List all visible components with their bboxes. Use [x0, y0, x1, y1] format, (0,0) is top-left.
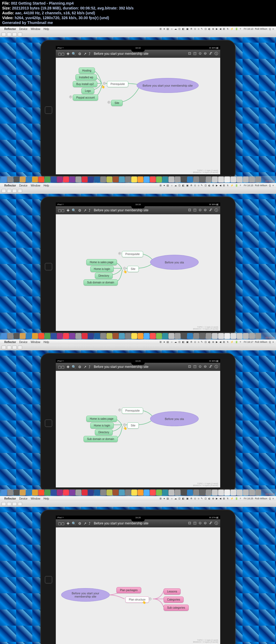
dock-app-icon[interactable] — [168, 490, 174, 496]
dock-app-icon[interactable] — [20, 490, 26, 496]
toolbar-btn[interactable] — [12, 502, 17, 506]
dock-app-icon[interactable] — [26, 177, 32, 182]
expand-icon[interactable]: ⊕ — [118, 409, 121, 411]
expand-icon[interactable]: ⊖ — [123, 423, 126, 426]
toolbar-btn[interactable] — [7, 189, 11, 193]
node-site[interactable]: Site — [127, 422, 139, 429]
mindmap-canvas[interactable]: Before you start your membership site Pl… — [56, 527, 220, 644]
toolbar-icon[interactable]: 🔍 — [72, 208, 76, 212]
menu-item[interactable]: Window — [31, 341, 40, 344]
dock-app-icon[interactable] — [224, 177, 230, 182]
window-toolbar[interactable] — [0, 188, 276, 194]
toolbar-icon[interactable]: ✚ — [67, 52, 70, 56]
toolbar-icon[interactable]: ◫ — [193, 51, 196, 56]
dock-app-icon[interactable] — [1, 333, 7, 339]
dock-app-icon[interactable] — [175, 333, 181, 339]
dock-app-icon[interactable] — [88, 333, 94, 339]
toolbar-btn[interactable] — [7, 345, 11, 349]
dock-app-icon[interactable] — [119, 177, 125, 182]
node-installed-wp[interactable]: Installed wp — [75, 74, 97, 80]
node-directory[interactable]: Directory — [95, 429, 113, 435]
dock-app-icon[interactable] — [218, 177, 224, 182]
toolbar-icon[interactable]: ⊙ — [199, 521, 202, 526]
dock-app-icon[interactable] — [125, 490, 131, 496]
node-prerequisite[interactable]: Prerequisite — [107, 81, 128, 87]
menu-item[interactable]: Help — [44, 184, 49, 187]
menu-item[interactable]: Window — [31, 184, 40, 187]
dock-app-icon[interactable] — [113, 333, 119, 339]
toolbar-icon[interactable]: ⓘ — [215, 521, 218, 526]
toolbar-icon[interactable]: ↗ — [84, 52, 87, 56]
toolbar-icon[interactable]: ⊖ — [204, 51, 207, 56]
toolbar-icon[interactable]: ◫ — [193, 364, 196, 369]
dock-app-icon[interactable] — [26, 490, 32, 496]
dock-app-icon[interactable] — [38, 490, 44, 496]
dock-app-icon[interactable] — [243, 490, 249, 496]
macos-menubar[interactable]: Reflector DeviceWindowHelp ⊞●▤☼☁⊡◧▣⟰⊙⎋✎⊡… — [0, 340, 276, 344]
mindmap-canvas[interactable]: Hosting Installed wp Buy install op2 Log… — [56, 58, 220, 174]
dock-app-icon[interactable] — [181, 490, 187, 496]
toolbar-icon[interactable]: ⤴ — [89, 365, 91, 369]
dock-app-icon[interactable] — [106, 333, 112, 339]
dock-app-icon[interactable] — [187, 490, 193, 496]
node-logo[interactable]: Logo — [81, 88, 94, 94]
macos-menubar[interactable]: Reflector DeviceWindowHelp ⊞●▤☼☁⊡◧▣⟰⊙⎋✎⊡… — [0, 26, 276, 31]
macos-dock[interactable] — [0, 176, 276, 183]
toolbar-icon[interactable]: ⤴ — [89, 208, 91, 212]
dock-app-icon[interactable] — [230, 490, 236, 496]
menu-item[interactable]: Window — [31, 28, 40, 30]
dock-app-icon[interactable] — [38, 177, 44, 182]
dock-app-icon[interactable] — [175, 177, 181, 182]
dock-app-icon[interactable] — [100, 177, 106, 182]
toolbar-icon[interactable]: ⓘ — [215, 208, 218, 213]
toolbar-icon[interactable]: 🔍 — [72, 365, 76, 369]
dock-app-icon[interactable] — [57, 490, 63, 496]
dock-app-icon[interactable] — [255, 333, 261, 339]
toolbar-icon[interactable]: ⊖ — [204, 364, 207, 369]
dock-app-icon[interactable] — [137, 490, 143, 496]
toolbar-btn[interactable] — [18, 502, 22, 506]
dock-app-icon[interactable] — [237, 490, 243, 496]
mindmap-toolbar[interactable]: ▢▢✚🔍⚙↗⤴ Before you start your membership… — [56, 363, 220, 371]
dock-app-icon[interactable] — [199, 177, 205, 182]
dock-app-icon[interactable] — [57, 333, 63, 339]
menu-item[interactable]: Device — [19, 28, 27, 30]
macos-dock[interactable] — [0, 489, 276, 496]
toolbar-btn[interactable] — [18, 345, 22, 349]
dock-app-icon[interactable] — [88, 490, 94, 496]
dock-app-icon[interactable] — [156, 333, 162, 339]
dock-app-icon[interactable] — [206, 333, 212, 339]
mindmap-toolbar[interactable]: ▢▢✚🔍⚙↗⤴ Before you start your membership… — [56, 50, 220, 58]
node-lessons[interactable]: Lessons — [164, 588, 181, 595]
home-button[interactable] — [45, 419, 52, 427]
toolbar-btn[interactable] — [2, 502, 6, 506]
dock-app-icon[interactable] — [224, 490, 230, 496]
dock-app-icon[interactable] — [131, 490, 137, 496]
dock-app-icon[interactable] — [162, 177, 168, 182]
dock-app-icon[interactable] — [94, 333, 100, 339]
home-button[interactable] — [45, 576, 52, 584]
toolbar-icon[interactable]: 🔍 — [72, 521, 76, 526]
expand-icon[interactable]: ⊖ — [149, 598, 151, 600]
dock-app-icon[interactable] — [20, 333, 26, 339]
toolbar-btn[interactable] — [12, 189, 17, 193]
menu-item[interactable]: Help — [44, 28, 49, 30]
toolbar-icon[interactable]: ⊡ — [188, 364, 191, 369]
dock-app-icon[interactable] — [100, 490, 106, 496]
toolbar-btn[interactable] — [2, 189, 6, 193]
central-node[interactable]: Before you sta — [150, 255, 199, 270]
dock-app-icon[interactable] — [243, 177, 249, 182]
mindmap-canvas[interactable]: ⊕ Prerequisite Home is sales page Home i… — [56, 371, 220, 487]
dock-app-icon[interactable] — [150, 490, 156, 496]
dock-app-icon[interactable] — [7, 333, 13, 339]
dock-app-icon[interactable] — [88, 177, 94, 182]
dock-app-icon[interactable] — [218, 333, 224, 339]
toolbar-icon[interactable]: 🖇 — [209, 521, 212, 526]
toolbar-icon[interactable]: 🖇 — [209, 364, 212, 369]
dock-app-icon[interactable] — [230, 177, 236, 182]
dock-app-icon[interactable] — [212, 490, 218, 496]
menubar-right[interactable]: ⊞●▤☼☁⊡◧▣⟰⊙⎋✎⊡◐⊕▶◀⊞↯⚡🔋ᯤFri 16:15Rob Wilso… — [160, 184, 274, 187]
dock-app-icon[interactable] — [106, 177, 112, 182]
dock-app-icon[interactable] — [75, 177, 81, 182]
dock-app-icon[interactable] — [162, 333, 168, 339]
